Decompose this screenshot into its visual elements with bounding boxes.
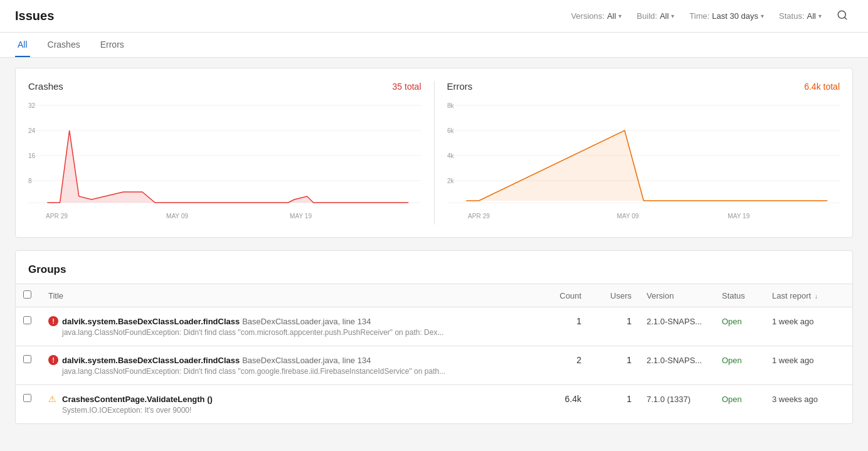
row2-issue-location: BaseDexClassLoader.java, line 134: [242, 356, 371, 365]
row1-status: Open: [714, 307, 765, 346]
row1-last-report: 1 week ago: [765, 307, 852, 346]
errors-chart-header: Errors 6.4k total: [447, 81, 840, 92]
search-button[interactable]: [832, 7, 853, 26]
errors-chart: 8k 6k 4k 2k APR 29 MAY 09 MAY 19: [447, 99, 840, 225]
svg-text:2k: 2k: [447, 178, 455, 184]
row1-issue-name[interactable]: dalvik.system.BaseDexClassLoader.findCla…: [62, 317, 240, 326]
main-content: Crashes 35 total 32 24 16 8 AP: [0, 58, 868, 434]
row2-error-icon: !: [48, 355, 58, 365]
row1-version: 2.1.0-SNAPS...: [639, 307, 714, 346]
svg-text:6k: 6k: [447, 127, 455, 134]
row1-count: 1: [539, 307, 589, 346]
svg-marker-11: [47, 130, 408, 203]
build-filter[interactable]: Build: All ▾: [632, 9, 679, 23]
svg-text:MAY 19: MAY 19: [728, 213, 749, 220]
row1-checkbox[interactable]: [23, 316, 31, 324]
crashes-chart: 32 24 16 8 APR 29 MAY 09 MAY 19: [28, 99, 421, 225]
status-filter[interactable]: Status: All ▾: [774, 9, 827, 23]
tab-crashes[interactable]: Crashes: [45, 40, 83, 57]
errors-chart-title: Errors: [447, 81, 473, 92]
select-all-checkbox[interactable]: [23, 290, 31, 299]
table-row: ⚠ CrashesContentPage.ValidateLength () S…: [16, 385, 852, 424]
svg-text:MAY 09: MAY 09: [166, 213, 188, 220]
row2-checkbox-cell: [16, 346, 41, 385]
row2-title-cell: ! dalvik.system.BaseDexClassLoader.findC…: [41, 346, 539, 385]
svg-text:MAY 09: MAY 09: [617, 213, 638, 220]
svg-text:4k: 4k: [447, 152, 455, 159]
build-chevron-icon: ▾: [671, 13, 674, 19]
time-chevron-icon: ▾: [761, 13, 764, 19]
select-all-header: [16, 284, 41, 307]
row2-status: Open: [714, 346, 765, 385]
time-filter[interactable]: Time: Last 30 days ▾: [684, 9, 769, 23]
svg-text:16: 16: [28, 152, 36, 159]
row2-last-report: 1 week ago: [765, 346, 852, 385]
crashes-chart-section: Crashes 35 total 32 24 16 8 AP: [28, 81, 421, 225]
page-title: Issues: [15, 9, 566, 23]
row2-title-row: ! dalvik.system.BaseDexClassLoader.findC…: [48, 355, 531, 365]
status-value: All: [807, 11, 816, 21]
table-header-row: Title Count Users Version Status: [16, 284, 852, 307]
row1-title-row: ! dalvik.system.BaseDexClassLoader.findC…: [48, 316, 531, 326]
row3-users: 1: [589, 385, 639, 424]
crashes-chart-title: Crashes: [28, 81, 63, 92]
row3-issue-name[interactable]: CrashesContentPage.ValidateLength (): [62, 395, 213, 404]
charts-panel: Crashes 35 total 32 24 16 8 AP: [15, 68, 853, 238]
table-row: ! dalvik.system.BaseDexClassLoader.findC…: [16, 307, 852, 346]
time-value: Last 30 days: [712, 11, 758, 21]
groups-panel: Groups Title Count Users: [15, 250, 853, 424]
row1-status-badge: Open: [722, 317, 742, 326]
svg-text:8k: 8k: [447, 102, 455, 109]
version-column-header: Version: [639, 284, 714, 307]
versions-value: All: [607, 11, 616, 21]
row3-checkbox-cell: [16, 385, 41, 424]
top-bar: Issues Versions: All ▾ Build: All ▾ Time…: [0, 0, 868, 33]
row1-issue-location: BaseDexClassLoader.java, line 134: [242, 317, 371, 326]
svg-text:APR 29: APR 29: [468, 213, 490, 220]
row3-last-report: 3 weeks ago: [765, 385, 852, 424]
chart-divider: [434, 81, 435, 225]
row3-version: 7.1.0 (1337): [639, 385, 714, 424]
row2-status-badge: Open: [722, 356, 742, 365]
svg-text:8: 8: [28, 178, 32, 184]
svg-text:MAY 19: MAY 19: [290, 213, 312, 220]
status-chevron-icon: ▾: [818, 13, 822, 19]
versions-filter[interactable]: Versions: All ▾: [566, 9, 627, 23]
title-column-header: Title: [41, 284, 539, 307]
tabs-bar: All Crashes Errors: [0, 33, 868, 58]
row3-status: Open: [714, 385, 765, 424]
errors-total: 6.4k total: [804, 82, 840, 92]
row1-users: 1: [589, 307, 639, 346]
row3-checkbox[interactable]: [23, 394, 31, 402]
table-row: ! dalvik.system.BaseDexClassLoader.findC…: [16, 346, 852, 385]
row3-issue-description: System.IO.IOException: It's over 9000!: [48, 406, 531, 415]
groups-table: Title Count Users Version Status: [16, 284, 852, 423]
versions-chevron-icon: ▾: [618, 13, 622, 19]
status-column-header: Status: [714, 284, 765, 307]
sort-arrow-icon: ↓: [815, 293, 818, 300]
row3-status-badge: Open: [722, 395, 742, 404]
row1-error-icon: !: [48, 316, 58, 326]
count-column-header: Count: [539, 284, 589, 307]
svg-text:APR 29: APR 29: [46, 213, 68, 220]
groups-title: Groups: [16, 251, 852, 284]
build-label: Build:: [637, 11, 657, 21]
row2-checkbox[interactable]: [23, 355, 31, 363]
row2-count: 2: [539, 346, 589, 385]
row3-warning-icon: ⚠: [48, 394, 58, 404]
status-label: Status:: [779, 11, 804, 21]
svg-text:24: 24: [28, 127, 36, 134]
users-column-header: Users: [589, 284, 639, 307]
svg-marker-24: [466, 130, 827, 201]
last-report-column-header[interactable]: Last report ↓: [765, 284, 852, 307]
row1-issue-description: java.lang.ClassNotFoundException: Didn't…: [48, 328, 531, 337]
row3-count: 6.4k: [539, 385, 589, 424]
crashes-total: 35 total: [393, 82, 421, 92]
versions-label: Versions:: [571, 11, 604, 21]
row1-checkbox-cell: [16, 307, 41, 346]
tab-errors[interactable]: Errors: [98, 40, 127, 57]
tab-all[interactable]: All: [15, 40, 30, 57]
row2-issue-name[interactable]: dalvik.system.BaseDexClassLoader.findCla…: [62, 356, 240, 365]
row2-issue-description: java.lang.ClassNotFoundException: Didn't…: [48, 367, 531, 376]
crashes-chart-header: Crashes 35 total: [28, 81, 421, 92]
